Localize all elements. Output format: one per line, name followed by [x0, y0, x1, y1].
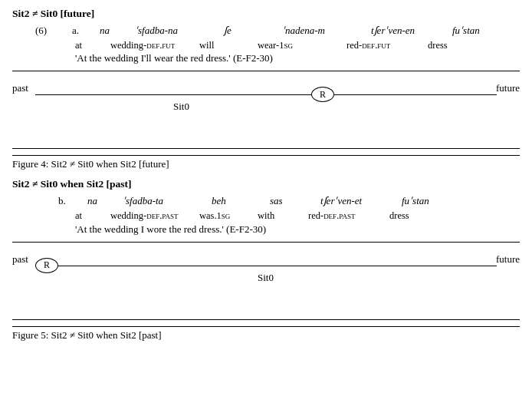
- example-letter-1: a.: [72, 23, 87, 38]
- plain-1-0: at: [75, 38, 98, 53]
- diagram2-past-label: past: [12, 253, 28, 266]
- gloss-italic-1-4: tʃerˈven-en: [371, 23, 440, 38]
- diagram1-timeline: [35, 94, 497, 95]
- plain-1-3: wear-1sg: [258, 38, 334, 53]
- section2-title: Sit2 ≠ Sit0 when Sit2 [past]: [12, 178, 520, 190]
- gloss-italic-1-1: ˈsfadba-na: [135, 23, 212, 38]
- gloss-italic-2-5: fuˈstan: [402, 193, 429, 209]
- gloss-italic-1-0: na: [100, 23, 123, 38]
- diagram2-timeline: [35, 266, 497, 266]
- diagram1-r-label: R: [320, 89, 326, 101]
- divider-3: [12, 242, 520, 243]
- gloss-italic-2-4: tʃerˈven-et: [320, 193, 389, 209]
- plain-2-3: with: [258, 209, 296, 223]
- plain-2-5: dress: [389, 209, 409, 223]
- gloss-italic-2-0: na: [87, 193, 110, 209]
- plain-2-1: wedding-def.past: [110, 209, 187, 223]
- section2-title-text: Sit2 ≠ Sit0 when Sit2 [past]: [12, 178, 132, 190]
- figure4-caption: Figure 4: Sit2 ≠ Sit0 when Sit2 [future]: [12, 155, 520, 170]
- diagram1-future-label: future: [496, 82, 520, 94]
- gloss-italic-2-2: beh: [212, 193, 258, 209]
- gloss-italic-row-1: (6) a. na ˈsfadba-na ʃe ˈnadena-m tʃerˈv…: [35, 23, 520, 38]
- divider-1: [12, 71, 520, 71]
- translation-2: 'At the wedding I wore the red dress.' (…: [75, 223, 520, 236]
- figure5-caption: Figure 5: Sit2 ≠ Sit0 when Sit2 [past]: [12, 326, 520, 342]
- divider-4: [12, 319, 520, 320]
- gloss-italic-row-2: b. na ˈsfadba-ta beh sas tʃerˈven-et fuˈ…: [58, 193, 520, 209]
- gloss-italic-1-5: fuˈstan: [452, 23, 480, 38]
- divider-2: [12, 148, 520, 149]
- gloss-italic-1-3: ˈnadena-m: [282, 23, 359, 38]
- plain-2-4: red-def.past: [308, 209, 377, 223]
- plain-1-4: red-def.fut: [346, 38, 415, 53]
- gloss-italic-1-2: ʃe: [224, 23, 270, 38]
- plain-1-1: wedding-def.fut: [110, 38, 187, 53]
- diagram1-r-circle: R: [311, 87, 334, 102]
- section1-title-text: Sit2 ≠ Sit0 [future]: [12, 8, 94, 19]
- plain-1-2: will: [199, 38, 245, 53]
- section1-title: Sit2 ≠ Sit0 [future]: [12, 8, 520, 20]
- plain-2-2: was.1sg: [199, 209, 245, 223]
- plain-2-0: at: [75, 209, 98, 223]
- gloss-plain-row-2: at wedding-def.past was.1sg with red-def…: [75, 209, 520, 223]
- diagram2-sit0: Sit0: [258, 272, 274, 284]
- diagram2-r-label: R: [44, 259, 50, 271]
- diagram1-sit0: Sit0: [173, 101, 189, 113]
- diagram2: past future Sit0 R: [12, 250, 520, 312]
- diagram1: past future Sit0 R: [12, 79, 520, 140]
- example-num-1: (6): [35, 23, 60, 38]
- diagram2-r-circle: R: [35, 258, 58, 273]
- diagram2-future-label: future: [496, 253, 520, 266]
- gloss-italic-2-1: ˈsfadba-ta: [123, 193, 199, 209]
- example-letter-2: b.: [58, 193, 75, 209]
- translation-1: 'At the wedding I'll wear the red dress.…: [75, 52, 520, 64]
- diagram1-past-label: past: [12, 82, 28, 94]
- gloss-italic-2-3: sas: [270, 193, 308, 209]
- plain-1-5: dress: [428, 38, 448, 53]
- gloss-plain-row-1: at wedding-def.fut will wear-1sg red-def…: [75, 38, 520, 53]
